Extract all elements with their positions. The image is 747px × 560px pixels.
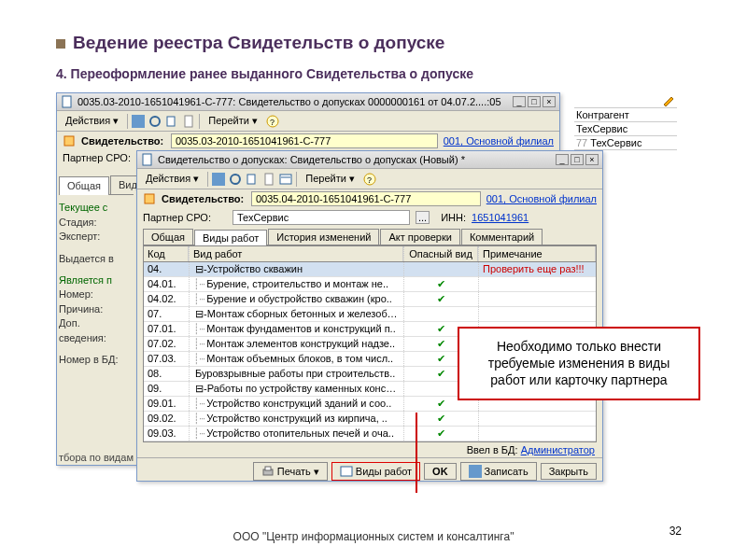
pencil-icon[interactable] xyxy=(662,93,675,106)
maximize-button[interactable]: □ xyxy=(571,154,584,165)
save-icon xyxy=(469,465,482,478)
doc-icon[interactable] xyxy=(182,115,195,128)
svg-rect-7 xyxy=(64,136,74,146)
document-icon xyxy=(141,153,154,166)
copy-icon[interactable] xyxy=(165,115,178,128)
slide-subtitle: 4. Переоформление ранее выданного Свидет… xyxy=(56,66,691,81)
table-row[interactable]: 07.⊟-Монтаж сборных бетонных и железобет… xyxy=(144,307,596,322)
dbnum-label: Номер в БД: xyxy=(59,353,134,367)
cert-icon xyxy=(143,192,156,205)
callout-connector xyxy=(416,413,417,493)
works-button[interactable]: Виды работ xyxy=(331,462,420,481)
save-icon[interactable] xyxy=(132,115,145,128)
svg-rect-19 xyxy=(265,467,271,470)
svg-point-10 xyxy=(231,175,240,184)
cert-label: Свидетельство: xyxy=(81,135,165,147)
actions-menu[interactable]: Действия ▾ xyxy=(141,171,204,187)
svg-rect-17 xyxy=(145,194,154,203)
print-button[interactable]: Печать ▾ xyxy=(253,462,328,481)
cert-icon xyxy=(63,134,76,147)
tab-Комментарий[interactable]: Комментарий xyxy=(461,229,543,245)
close-button[interactable]: Закрыть xyxy=(541,463,597,480)
table-row[interactable]: 09.02.┊···Устройство конструкций из кирп… xyxy=(144,412,596,427)
svg-rect-20 xyxy=(341,467,352,476)
list-icon[interactable] xyxy=(279,173,292,186)
svg-text:?: ? xyxy=(367,175,372,185)
close-button[interactable]: × xyxy=(543,96,556,107)
svg-rect-11 xyxy=(247,175,255,184)
table-row[interactable]: 04.01.┊···Бурение, строительство и монта… xyxy=(144,277,596,292)
filter-label: тбора по видам ра xyxy=(59,452,148,463)
goto-menu[interactable]: Перейти ▾ xyxy=(204,113,262,129)
cert-input[interactable] xyxy=(171,133,438,148)
reason-label: Причина: xyxy=(59,302,134,316)
tab-Общая[interactable]: Общая xyxy=(143,229,193,245)
page-number: 32 xyxy=(669,525,682,538)
refresh-icon[interactable] xyxy=(148,115,162,128)
cert-input[interactable] xyxy=(251,191,481,206)
group-prev: Является п xyxy=(59,273,134,287)
tab-Акт проверки[interactable]: Акт проверки xyxy=(380,229,459,245)
extra-label: Доп. сведения: xyxy=(59,316,134,345)
bullet-icon xyxy=(56,39,65,49)
printer-icon xyxy=(261,465,275,478)
issued-label: Выдается в xyxy=(59,252,134,266)
svg-text:?: ? xyxy=(270,118,275,127)
refresh-icon[interactable] xyxy=(229,173,242,186)
inn-link[interactable]: 1651041961 xyxy=(472,212,529,223)
svg-rect-3 xyxy=(167,117,175,126)
footer-text: ООО "Центр информационных систем и конса… xyxy=(0,530,747,543)
help-icon[interactable]: ? xyxy=(363,173,376,186)
tekhservice-value: ТехСервис xyxy=(576,123,627,134)
front-window-title: Свидетельство о допусках: Свидетельство … xyxy=(158,154,465,165)
db-label: Ввел в БД: xyxy=(467,444,518,455)
db-user-link[interactable]: Администратор xyxy=(521,444,595,455)
svg-rect-1 xyxy=(132,115,145,128)
table-row[interactable]: 04.02.┊···Бурение и обустройство скважин… xyxy=(144,292,596,307)
callout-box: Необходимо только внести требуемые измен… xyxy=(458,327,700,400)
copy-icon[interactable] xyxy=(246,173,259,186)
help-icon[interactable]: ? xyxy=(266,115,279,128)
lookup-button[interactable]: ... xyxy=(416,211,430,224)
stage-label: Стадия: xyxy=(59,216,134,230)
partner-input[interactable] xyxy=(233,210,410,225)
maximize-button[interactable]: □ xyxy=(528,96,541,107)
doc-icon[interactable] xyxy=(262,173,275,186)
col-name[interactable]: Вид работ xyxy=(189,246,403,261)
partner-label: Партнер СРО: xyxy=(63,152,147,163)
svg-rect-4 xyxy=(185,116,192,127)
minimize-button[interactable]: _ xyxy=(556,154,569,165)
group-current: Текущее с xyxy=(59,201,134,215)
svg-rect-8 xyxy=(143,154,151,165)
branch-link[interactable]: 001, Основной филиал xyxy=(486,193,597,204)
svg-rect-12 xyxy=(265,174,273,185)
kontragent-label: Контрагент xyxy=(576,109,629,120)
table-row[interactable]: 04.⊟-Устройство скважинПроверить еще раз… xyxy=(144,262,596,277)
tab-general-back[interactable]: Общая xyxy=(59,176,109,195)
document-icon xyxy=(61,95,74,108)
actions-menu[interactable]: Действия ▾ xyxy=(61,113,123,129)
back-window-title: 0035.03-2010-1651041961-С-777: Свидетель… xyxy=(78,96,501,107)
slide-title: Ведение реестра Свидетельств о допуске xyxy=(73,33,444,52)
ok-button[interactable]: OK xyxy=(424,463,457,480)
inn-label: ИНН: xyxy=(441,212,466,223)
goto-menu[interactable]: Перейти ▾ xyxy=(301,171,359,187)
tab-История изменений[interactable]: История изменений xyxy=(268,229,379,245)
svg-point-2 xyxy=(150,117,160,126)
svg-rect-0 xyxy=(63,96,71,107)
branch-link[interactable]: 001, Основной филиал xyxy=(444,135,554,147)
number-label: Номер: xyxy=(59,287,134,301)
table-row[interactable]: 09.03.┊···Устройство отопительных печей … xyxy=(144,427,596,441)
close-button[interactable]: × xyxy=(585,154,599,165)
col-code[interactable]: Код xyxy=(144,246,189,261)
tab-Виды работ[interactable]: Виды работ xyxy=(194,230,267,245)
save-icon[interactable] xyxy=(212,173,225,186)
col-note[interactable]: Примечание xyxy=(478,246,596,261)
save-button[interactable]: Записать xyxy=(460,462,537,481)
row-num: 77 xyxy=(576,137,587,148)
col-dop[interactable]: Опасный вид xyxy=(403,246,478,261)
svg-rect-21 xyxy=(469,465,482,478)
minimize-button[interactable]: _ xyxy=(513,96,526,107)
expert-label: Эксперт: xyxy=(59,230,134,244)
svg-rect-9 xyxy=(212,173,225,186)
